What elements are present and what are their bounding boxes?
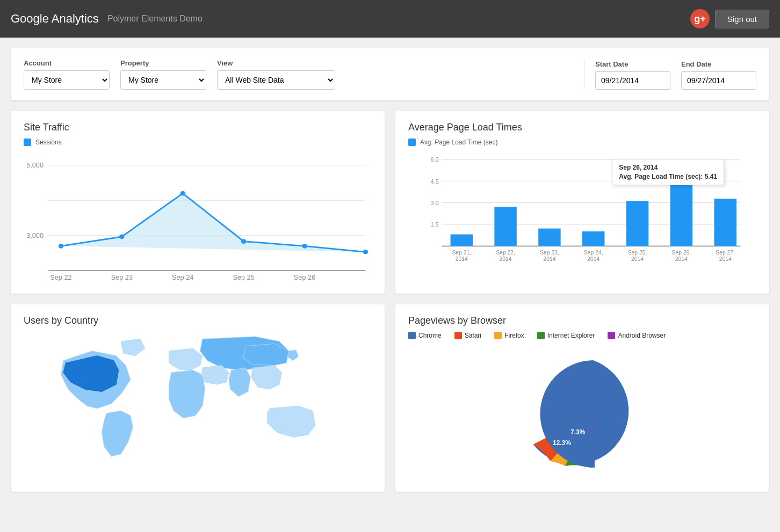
site-traffic-card: Site Traffic Sessions 5,000 3,000 xyxy=(11,111,385,294)
users-country-title: Users by Country xyxy=(24,315,372,326)
svg-text:Sep 25,: Sep 25, xyxy=(628,250,647,256)
app-title: Google Analytics xyxy=(11,12,99,26)
svg-text:2014: 2014 xyxy=(719,256,732,262)
site-traffic-svg: 5,000 3,000 Sep 22 Sep 23 Se xyxy=(24,154,372,282)
site-traffic-title: Site Traffic xyxy=(24,122,372,133)
svg-text:7.3%: 7.3% xyxy=(570,428,586,436)
filter-divider xyxy=(584,59,584,90)
android-legend: Android Browser xyxy=(608,332,666,339)
browser-legend: Chrome Safari Firefox Internet Explorer … xyxy=(408,332,756,339)
ie-legend-box xyxy=(537,332,545,339)
header-right: g+ Sign out xyxy=(690,9,769,28)
view-label: View xyxy=(217,59,335,67)
svg-text:2014: 2014 xyxy=(456,256,468,262)
svg-rect-31 xyxy=(626,201,648,246)
end-date-label: End Date xyxy=(681,60,756,68)
svg-text:3.0: 3.0 xyxy=(431,200,439,206)
page-load-card: Average Page Load Times Avg. Page Load T… xyxy=(395,111,769,294)
svg-marker-6 xyxy=(61,193,365,252)
account-select[interactable]: My Store xyxy=(24,70,110,90)
start-date-label: Start Date xyxy=(595,60,670,68)
main-content: Account My Store Property My Store View … xyxy=(0,38,780,502)
filter-group: Account My Store Property My Store View … xyxy=(24,59,573,90)
site-traffic-legend: Sessions xyxy=(24,139,372,146)
tooltip-value: Avg. Page Load Time (sec): 5.41 xyxy=(619,173,717,180)
app-header: Google Analytics Polymer Elements Demo g… xyxy=(0,0,780,38)
svg-text:Sep 24,: Sep 24, xyxy=(584,250,603,256)
site-traffic-chart: 5,000 3,000 Sep 22 Sep 23 Se xyxy=(24,154,372,282)
safari-legend-label: Safari xyxy=(465,332,481,339)
svg-text:Sep 22: Sep 22 xyxy=(50,274,71,281)
pie-chart-svg: 12.3% 7.3% xyxy=(496,355,668,473)
property-select[interactable]: My Store xyxy=(120,70,206,90)
svg-text:Sep 22,: Sep 22, xyxy=(496,250,515,256)
bar-chart-container: Sep 26, 2014 Avg. Page Load Time (sec): … xyxy=(408,154,756,282)
gplus-button[interactable]: g+ xyxy=(690,9,710,28)
svg-text:2014: 2014 xyxy=(631,256,644,262)
svg-text:Sep 26,: Sep 26, xyxy=(672,250,691,256)
firefox-legend-label: Firefox xyxy=(504,332,524,339)
svg-rect-29 xyxy=(538,229,560,246)
account-label: Account xyxy=(24,59,110,67)
android-legend-label: Android Browser xyxy=(618,332,666,339)
account-filter: Account My Store xyxy=(24,59,110,90)
header-left: Google Analytics Polymer Elements Demo xyxy=(11,12,203,26)
sessions-legend-box xyxy=(24,139,31,146)
view-filter: View All Web Site Data xyxy=(217,59,335,90)
svg-text:12.3%: 12.3% xyxy=(553,439,571,447)
svg-point-7 xyxy=(59,244,63,249)
safari-legend: Safari xyxy=(454,332,481,339)
chrome-legend: Chrome xyxy=(408,332,442,339)
safari-legend-box xyxy=(454,332,462,339)
page-load-legend-label: Avg. Page Load Time (sec) xyxy=(420,139,498,146)
property-filter: Property My Store xyxy=(120,59,206,90)
world-map xyxy=(24,332,372,466)
view-select[interactable]: All Web Site Data xyxy=(217,70,335,90)
property-label: Property xyxy=(120,59,206,67)
svg-text:2014: 2014 xyxy=(500,256,512,262)
date-group: Start Date 09/21/2014 End Date 09/27/201… xyxy=(595,60,756,90)
svg-rect-28 xyxy=(494,207,516,246)
svg-text:Sep 23: Sep 23 xyxy=(111,274,133,281)
pageviews-browser-card: Pageviews by Browser Chrome Safari Firef… xyxy=(395,304,769,492)
tooltip-date: Sep 26, 2014 xyxy=(619,164,717,171)
svg-text:Sep 23,: Sep 23, xyxy=(540,250,559,256)
charts-grid: Site Traffic Sessions 5,000 3,000 xyxy=(11,111,769,492)
svg-text:Sep 27,: Sep 27, xyxy=(716,250,735,256)
ie-legend-label: Internet Explorer xyxy=(547,332,595,339)
svg-point-12 xyxy=(363,250,368,254)
svg-text:2014: 2014 xyxy=(675,256,688,262)
start-date-input[interactable]: 09/21/2014 xyxy=(595,71,670,90)
svg-text:4.5: 4.5 xyxy=(431,178,439,185)
end-date-input[interactable]: 09/27/2014 xyxy=(681,71,756,90)
svg-text:5,000: 5,000 xyxy=(26,162,44,170)
svg-point-11 xyxy=(302,244,307,249)
pageviews-browser-title: Pageviews by Browser xyxy=(408,315,756,326)
world-map-svg xyxy=(24,332,372,466)
svg-rect-27 xyxy=(451,235,473,246)
page-load-legend: Avg. Page Load Time (sec) xyxy=(408,139,756,146)
ie-legend: Internet Explorer xyxy=(537,332,595,339)
sessions-legend-label: Sessions xyxy=(35,139,62,146)
svg-rect-33 xyxy=(714,199,736,246)
pie-chart-container: 12.3% 7.3% xyxy=(408,347,756,481)
start-date-field: Start Date 09/21/2014 xyxy=(595,60,670,90)
svg-text:Sep 24: Sep 24 xyxy=(172,274,193,281)
svg-point-8 xyxy=(119,235,124,239)
users-country-card: Users by Country xyxy=(11,304,385,492)
svg-text:Sep 25: Sep 25 xyxy=(233,274,254,281)
svg-text:Sep 21,: Sep 21, xyxy=(452,250,471,256)
svg-point-9 xyxy=(180,191,185,196)
bar-chart-tooltip: Sep 26, 2014 Avg. Page Load Time (sec): … xyxy=(612,159,724,185)
signout-button[interactable]: Sign out xyxy=(715,10,769,28)
page-load-legend-box xyxy=(408,139,416,146)
app-subtitle: Polymer Elements Demo xyxy=(107,14,203,24)
svg-text:2014: 2014 xyxy=(543,256,555,262)
svg-text:3,000: 3,000 xyxy=(26,232,44,239)
svg-text:1.5: 1.5 xyxy=(431,221,439,228)
svg-rect-30 xyxy=(582,231,604,246)
firefox-legend-box xyxy=(494,332,502,339)
firefox-legend: Firefox xyxy=(494,332,524,339)
chrome-legend-label: Chrome xyxy=(418,332,442,339)
svg-text:Sep 26: Sep 26 xyxy=(294,274,315,281)
